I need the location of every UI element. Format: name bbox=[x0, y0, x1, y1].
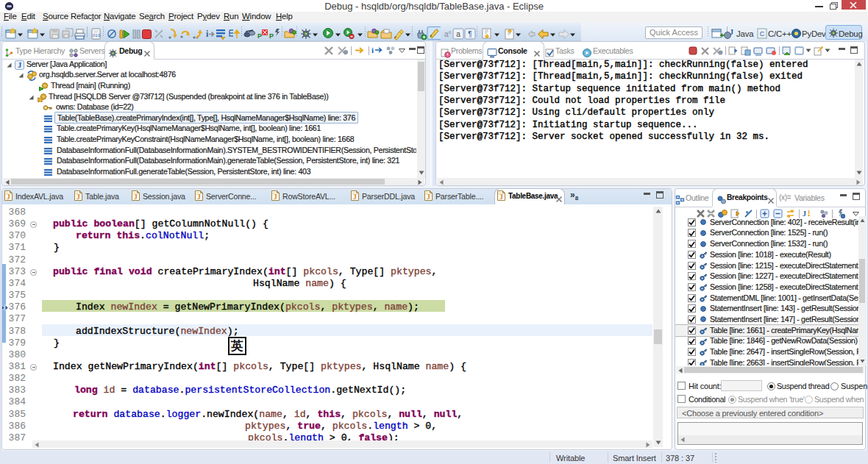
svg-text:J: J bbox=[18, 61, 21, 69]
svg-text:P: P bbox=[269, 32, 274, 40]
svg-text:010: 010 bbox=[93, 33, 101, 38]
svg-text:i: i bbox=[371, 46, 374, 54]
svg-text:C: C bbox=[760, 30, 765, 38]
svg-text:P: P bbox=[257, 32, 262, 40]
svg-text:J: J bbox=[427, 193, 430, 201]
svg-text:J: J bbox=[274, 193, 277, 201]
svg-text:J: J bbox=[197, 193, 201, 201]
svg-text:J: J bbox=[7, 193, 10, 201]
svg-text:J: J bbox=[730, 28, 733, 36]
svg-text:a: a bbox=[456, 30, 460, 38]
svg-text:J: J bbox=[353, 193, 357, 201]
svg-text:J: J bbox=[77, 193, 80, 201]
svg-text:¶: ¶ bbox=[468, 30, 472, 38]
svg-text:J: J bbox=[499, 193, 503, 201]
svg-text:a°: a° bbox=[444, 30, 452, 38]
svg-text:J: J bbox=[134, 193, 138, 201]
svg-text:i: i bbox=[206, 29, 209, 39]
